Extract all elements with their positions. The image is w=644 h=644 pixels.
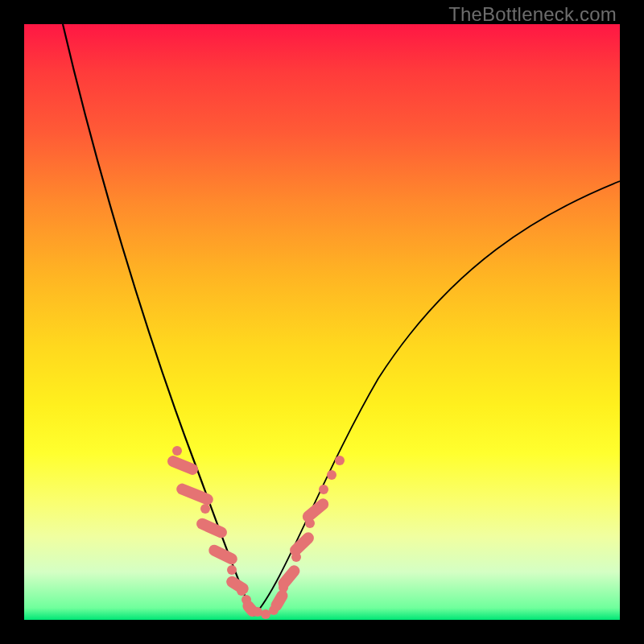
marker-pill bbox=[166, 454, 200, 477]
marker-pill bbox=[175, 482, 215, 507]
marker-dot bbox=[327, 470, 336, 480]
watermark-text: TheBottleneck.com bbox=[448, 3, 617, 26]
curve-left-branch bbox=[63, 24, 254, 616]
marker-dot bbox=[227, 565, 237, 575]
marker-dot bbox=[237, 586, 246, 596]
marker-dot bbox=[172, 446, 182, 456]
marker-pill bbox=[195, 516, 229, 539]
marker-dot bbox=[319, 485, 328, 494]
marker-pill bbox=[276, 563, 303, 591]
chart-frame bbox=[24, 24, 620, 620]
bottleneck-curve bbox=[24, 24, 620, 620]
marker-pill bbox=[287, 530, 316, 558]
marker-pill bbox=[207, 543, 239, 566]
marker-dot bbox=[335, 456, 345, 465]
curve-right-branch bbox=[254, 181, 620, 616]
marker-dot bbox=[200, 504, 210, 514]
